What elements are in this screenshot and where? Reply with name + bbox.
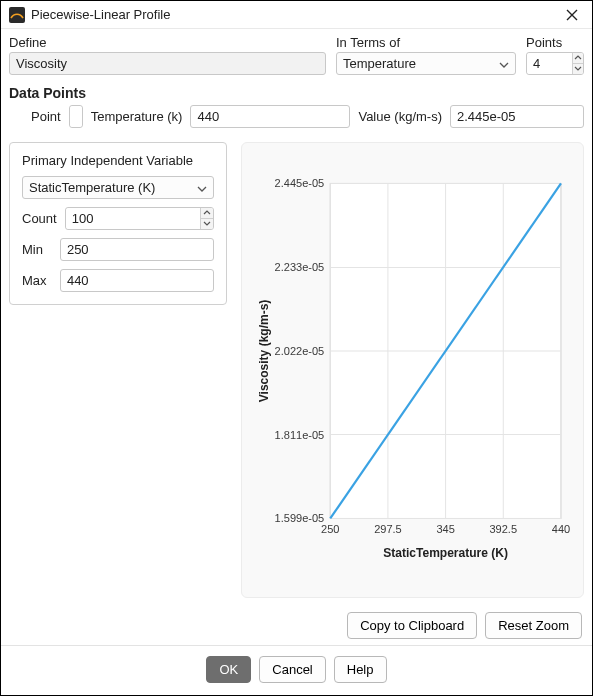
point-spinner[interactable]	[69, 105, 83, 128]
points-spinner[interactable]	[526, 52, 584, 75]
in-terms-of-select[interactable]: Temperature	[336, 52, 516, 75]
piv-min-label: Min	[22, 242, 52, 257]
piv-variable-select[interactable]: StaticTemperature (K)	[22, 176, 214, 199]
define-label: Define	[9, 35, 326, 50]
in-terms-of-value: Temperature	[343, 56, 416, 71]
in-terms-of-label: In Terms of	[336, 35, 516, 50]
close-button[interactable]	[558, 4, 586, 26]
chart[interactable]: 250297.5345392.54401.599e-051.811e-052.0…	[241, 142, 584, 598]
copy-to-clipboard-button[interactable]: Copy to Clipboard	[347, 612, 477, 639]
piv-count-up[interactable]	[201, 208, 213, 219]
piv-variable-value: StaticTemperature (K)	[29, 180, 155, 195]
window-title: Piecewise-Linear Profile	[31, 7, 558, 22]
close-icon	[566, 9, 578, 21]
reset-zoom-button[interactable]: Reset Zoom	[485, 612, 582, 639]
svg-text:1.811e-05: 1.811e-05	[275, 429, 325, 441]
piv-count-input[interactable]	[66, 208, 201, 229]
piv-max-label: Max	[22, 273, 52, 288]
help-button[interactable]: Help	[334, 656, 387, 683]
svg-text:297.5: 297.5	[374, 523, 402, 535]
svg-text:440: 440	[552, 523, 570, 535]
define-field[interactable]	[9, 52, 326, 75]
points-step-up[interactable]	[573, 53, 583, 64]
piv-group: Primary Independent Variable StaticTempe…	[9, 142, 227, 305]
temperature-input[interactable]	[190, 105, 350, 128]
cancel-button[interactable]: Cancel	[259, 656, 325, 683]
point-label: Point	[31, 109, 61, 124]
svg-text:345: 345	[436, 523, 454, 535]
app-icon	[9, 7, 25, 23]
piv-count-down[interactable]	[201, 219, 213, 230]
svg-text:2.022e-05: 2.022e-05	[275, 345, 325, 357]
piv-count-label: Count	[22, 211, 57, 226]
dialog-footer: OK Cancel Help	[1, 645, 592, 695]
points-input[interactable]	[527, 53, 572, 74]
svg-text:Viscosity (kg/m-s): Viscosity (kg/m-s)	[257, 300, 271, 403]
svg-text:StaticTemperature (K): StaticTemperature (K)	[383, 546, 508, 560]
chevron-down-icon	[197, 180, 207, 195]
titlebar: Piecewise-Linear Profile	[1, 1, 592, 29]
svg-text:1.599e-05: 1.599e-05	[275, 512, 325, 524]
piv-count-spinner[interactable]	[65, 207, 214, 230]
temperature-label: Temperature (k)	[91, 109, 183, 124]
points-label: Points	[526, 35, 584, 50]
svg-text:392.5: 392.5	[489, 523, 517, 535]
piv-max-input[interactable]	[60, 269, 214, 292]
chevron-down-icon	[499, 56, 509, 71]
svg-text:2.445e-05: 2.445e-05	[275, 177, 325, 189]
value-label: Value (kg/m-s)	[358, 109, 442, 124]
point-input[interactable]	[70, 106, 82, 127]
points-step-down[interactable]	[573, 64, 583, 75]
data-points-title: Data Points	[9, 85, 584, 101]
piv-title: Primary Independent Variable	[22, 153, 214, 168]
piv-min-input[interactable]	[60, 238, 214, 261]
svg-text:2.233e-05: 2.233e-05	[275, 261, 325, 273]
value-input[interactable]	[450, 105, 584, 128]
ok-button[interactable]: OK	[206, 656, 251, 683]
